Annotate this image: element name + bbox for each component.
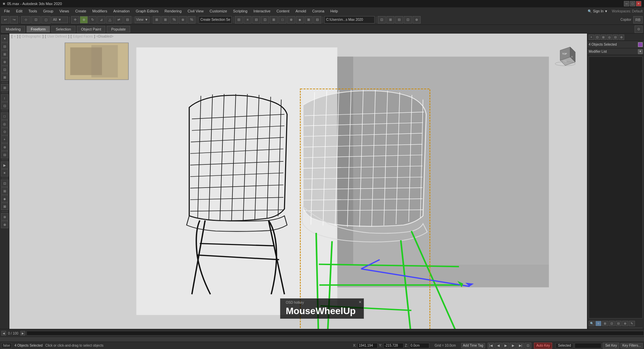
render-setup[interactable]: ⊡ bbox=[378, 16, 386, 23]
create-lights[interactable]: ◎ bbox=[1, 120, 8, 128]
rp-btn1[interactable]: + bbox=[589, 35, 594, 40]
display-btn[interactable]: ⊡ bbox=[1, 66, 8, 73]
subtoolbar-settings[interactable]: ⊙ bbox=[635, 26, 643, 33]
material-editor[interactable]: ◈ bbox=[1, 195, 8, 202]
select-object-button[interactable]: ⊹ bbox=[21, 16, 31, 23]
menu-scripting[interactable]: Scripting bbox=[230, 8, 250, 14]
redo-button[interactable]: ↪ bbox=[10, 16, 18, 23]
menu-animation[interactable]: Animation bbox=[111, 8, 132, 14]
tl-forward[interactable]: ▶ bbox=[20, 331, 25, 336]
create-helpers[interactable]: + bbox=[1, 136, 8, 143]
menu-file[interactable]: File bbox=[1, 8, 13, 14]
create-spacewarp[interactable]: ⊛ bbox=[1, 143, 8, 151]
snap-toggle[interactable]: ⊞ bbox=[153, 16, 161, 23]
scale2-button[interactable]: △ bbox=[106, 16, 114, 23]
modify-panel-btn[interactable]: ⊟ bbox=[1, 43, 8, 50]
color-clip[interactable]: ⊠ bbox=[1, 203, 8, 210]
rp-btn3[interactable]: ⊞ bbox=[601, 35, 606, 40]
mod-copy[interactable]: ⊡ bbox=[609, 321, 615, 326]
rp-btn6[interactable]: ⊛ bbox=[619, 35, 624, 40]
tab-object-paint[interactable]: Object Paint bbox=[77, 26, 106, 33]
anim-next-key[interactable]: ▶| bbox=[517, 343, 524, 349]
tab-freeform[interactable]: Freeform bbox=[26, 26, 50, 33]
menu-help[interactable]: Help bbox=[328, 8, 341, 14]
filter-dropdown[interactable]: All▼ bbox=[51, 16, 68, 23]
hierarchy-btn[interactable]: ⊞ bbox=[1, 50, 8, 58]
snap-percent[interactable]: % bbox=[187, 16, 196, 23]
anim-prev-key[interactable]: |◀ bbox=[488, 343, 494, 349]
transform-tools[interactable]: ↕ bbox=[1, 94, 8, 102]
create-shapes[interactable]: □ bbox=[1, 112, 8, 120]
snap-mode[interactable]: ⊛ bbox=[1, 213, 8, 220]
menu-civil-view[interactable]: Civil View bbox=[185, 8, 206, 14]
menu-rendering[interactable]: Rendering bbox=[162, 8, 184, 14]
track-view[interactable]: ⊡ bbox=[1, 180, 8, 187]
move-button[interactable]: ⊕ bbox=[80, 16, 88, 23]
path-label[interactable]: C:\Users\m...s Max 2020 bbox=[324, 16, 375, 23]
maximize-button[interactable]: □ bbox=[630, 1, 635, 6]
align-button[interactable]: ⊟ bbox=[123, 16, 131, 23]
mod-params[interactable]: ⊞ bbox=[602, 321, 608, 326]
mirror-button[interactable]: ⇌ bbox=[115, 16, 123, 23]
snap-angle[interactable]: ⊛ bbox=[179, 16, 187, 23]
y-coord-field[interactable]: -215.728 bbox=[383, 343, 404, 348]
anim-play[interactable]: ▶ bbox=[502, 343, 509, 349]
rp-btn4[interactable]: ◎ bbox=[607, 35, 612, 40]
layers2-btn[interactable]: ≡ bbox=[244, 16, 252, 23]
layers8-btn[interactable]: ◈ bbox=[296, 16, 304, 23]
lasso-select-button[interactable]: ◻ bbox=[41, 16, 51, 23]
copilot-label[interactable]: Copitor bbox=[619, 18, 633, 21]
menu-interactive[interactable]: Interactive bbox=[251, 8, 273, 14]
pivot-mode[interactable]: ⊕ bbox=[1, 221, 8, 228]
anim-prev-frame[interactable]: ◀ bbox=[495, 343, 502, 349]
menu-graph-editors[interactable]: Graph Editors bbox=[133, 8, 161, 14]
menu-modifiers[interactable]: Modifiers bbox=[90, 8, 110, 14]
layer-btn[interactable]: ⊟ bbox=[235, 16, 243, 23]
layers3-btn[interactable]: ⊟ bbox=[252, 16, 260, 23]
snap2d-button[interactable]: ⊞ bbox=[161, 16, 169, 23]
tab-modeling[interactable]: Modeling bbox=[1, 26, 25, 33]
layers5-btn[interactable]: ⊞ bbox=[270, 16, 278, 23]
tab-selection[interactable]: Selection bbox=[51, 26, 75, 33]
menu-content[interactable]: Content bbox=[274, 8, 292, 14]
viewport[interactable]: [ + ] [ Orthographic ] [ User Defined ] … bbox=[9, 34, 587, 329]
minimize-button[interactable]: ─ bbox=[624, 1, 629, 6]
menu-customize[interactable]: Customize bbox=[207, 8, 230, 14]
mod-settings[interactable]: ⊛ bbox=[622, 321, 628, 326]
motion-btn[interactable]: ⊛ bbox=[1, 58, 8, 65]
add-time-tag-button[interactable]: Add Time Tag bbox=[461, 343, 485, 348]
create-selection-label[interactable]: Create Selection Se bbox=[199, 16, 232, 23]
layers4-btn[interactable]: ⊡ bbox=[261, 16, 269, 23]
menu-group[interactable]: Group bbox=[40, 8, 56, 14]
tl-back[interactable]: ◀ bbox=[1, 331, 6, 336]
render-iter[interactable]: ⊛ bbox=[413, 16, 421, 23]
menu-edit[interactable]: Edit bbox=[13, 8, 25, 14]
osd-close-button[interactable]: ✕ bbox=[359, 300, 362, 304]
selection-filter[interactable]: ⊞ bbox=[1, 84, 8, 91]
select-button[interactable]: ✛ bbox=[71, 16, 79, 23]
menu-corona[interactable]: Corona bbox=[310, 8, 327, 14]
tab-populate[interactable]: Populate bbox=[107, 26, 130, 33]
auto-key-button[interactable]: Auto Key bbox=[534, 343, 552, 349]
viewport-tools[interactable]: ⊡ bbox=[1, 102, 8, 109]
systems-btn[interactable]: ⊟ bbox=[1, 151, 8, 158]
anim-next-frame[interactable]: ▶ bbox=[510, 343, 517, 349]
render-prod[interactable]: ⊟ bbox=[395, 16, 403, 23]
menu-views[interactable]: Views bbox=[57, 8, 72, 14]
viewport-cube[interactable]: TOP FR R bbox=[553, 44, 577, 67]
environment-btn[interactable]: ☀ bbox=[1, 169, 8, 177]
rp-btn2[interactable]: ⊡ bbox=[595, 35, 600, 40]
layers10-btn[interactable]: ⊟ bbox=[313, 16, 321, 23]
rotate-button[interactable]: ↻ bbox=[89, 16, 97, 23]
select-region-button[interactable]: ⊡ bbox=[31, 16, 41, 23]
view-dropdown[interactable]: View▼ bbox=[135, 16, 150, 23]
mod-edit[interactable]: ✎ bbox=[629, 321, 635, 326]
snap3d-button[interactable]: % bbox=[170, 16, 178, 23]
schematic-view[interactable]: ⊞ bbox=[1, 187, 8, 195]
mod-list[interactable]: ≡ bbox=[595, 321, 601, 326]
anim-forward-end[interactable]: ⊡ bbox=[525, 343, 531, 349]
render-btn[interactable]: ▶ bbox=[1, 161, 8, 169]
signin-label[interactable]: Sign In ▼ bbox=[593, 9, 608, 13]
modifier-list-dropdown[interactable]: ▼ bbox=[638, 49, 643, 54]
close-button[interactable]: ✕ bbox=[636, 1, 641, 6]
